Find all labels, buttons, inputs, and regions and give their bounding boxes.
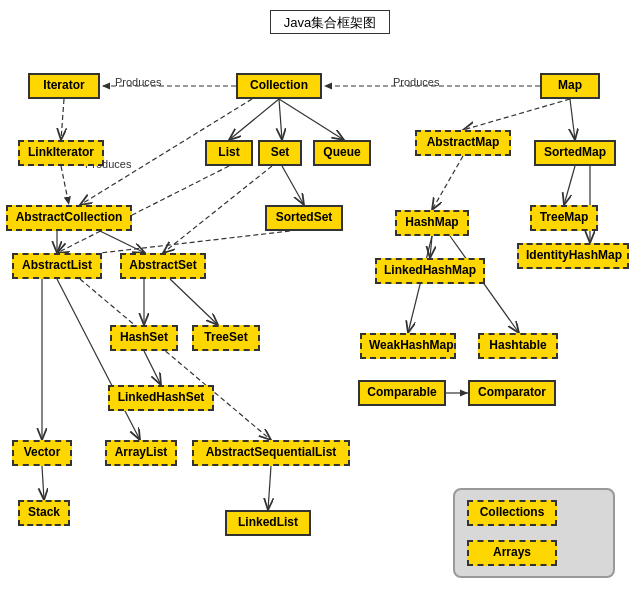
svg-line-10 [282, 166, 304, 205]
svg-line-20 [450, 236, 519, 333]
node-stack: Stack [18, 500, 70, 526]
node-linkedhashmap: LinkedHashMap [375, 258, 485, 284]
node-sortedmap: SortedMap [534, 140, 616, 166]
node-collections: Collections [467, 500, 557, 526]
svg-line-22 [170, 279, 218, 325]
label-produces2: Produces [393, 76, 439, 88]
svg-line-30 [100, 231, 290, 253]
node-arraylist: ArrayList [105, 440, 177, 466]
node-list: List [205, 140, 253, 166]
svg-line-23 [144, 351, 161, 385]
node-iterator: Iterator [28, 73, 100, 99]
diagram: Java集合框架图 Iterator Collection Map Produc… [0, 0, 643, 611]
node-hashmap: HashMap [395, 210, 469, 236]
node-queue: Queue [313, 140, 371, 166]
svg-line-19 [408, 236, 432, 333]
node-linkiterator: LinkIterator [18, 140, 104, 166]
svg-line-25 [57, 279, 140, 440]
svg-line-18 [430, 236, 432, 258]
svg-line-27 [42, 466, 44, 500]
svg-line-26 [80, 279, 271, 440]
node-abstractmap: AbstractMap [415, 130, 511, 156]
svg-line-15 [432, 156, 463, 210]
svg-line-3 [279, 99, 282, 140]
node-set: Set [258, 140, 302, 166]
label-produces1: Produces [115, 76, 161, 88]
node-linkedhashset: LinkedHashSet [108, 385, 214, 411]
node-abstractsequentiallist: AbstractSequentialList [192, 440, 350, 466]
node-vector: Vector [12, 440, 72, 466]
legend-box: Collections Arrays [453, 488, 615, 578]
node-abstractcollection: AbstractCollection [6, 205, 132, 231]
node-sortedset: SortedSet [265, 205, 343, 231]
svg-line-11 [163, 166, 272, 253]
svg-line-8 [61, 166, 69, 205]
node-abstractlist: AbstractList [12, 253, 102, 279]
svg-line-7 [61, 99, 64, 140]
svg-line-28 [268, 466, 271, 510]
node-comparator: Comparator [468, 380, 556, 406]
node-treeset: TreeSet [192, 325, 260, 351]
title-node: Java集合框架图 [270, 10, 390, 34]
node-hashtable: Hashtable [478, 333, 558, 359]
node-identityhashmap: IdentityHashMap [517, 243, 629, 269]
svg-line-4 [279, 99, 344, 140]
svg-line-16 [564, 166, 575, 205]
svg-line-14 [100, 231, 145, 253]
svg-line-6 [570, 99, 575, 140]
svg-line-2 [229, 99, 279, 140]
node-treemap: TreeMap [530, 205, 598, 231]
node-map: Map [540, 73, 600, 99]
node-weakhashmap: WeakHashMap [360, 333, 456, 359]
node-hashset: HashSet [110, 325, 178, 351]
node-comparable: Comparable [358, 380, 446, 406]
node-abstractset: AbstractSet [120, 253, 206, 279]
node-collection: Collection [236, 73, 322, 99]
svg-line-5 [463, 99, 570, 130]
node-arrays: Arrays [467, 540, 557, 566]
node-linkedlist: LinkedList [225, 510, 311, 536]
